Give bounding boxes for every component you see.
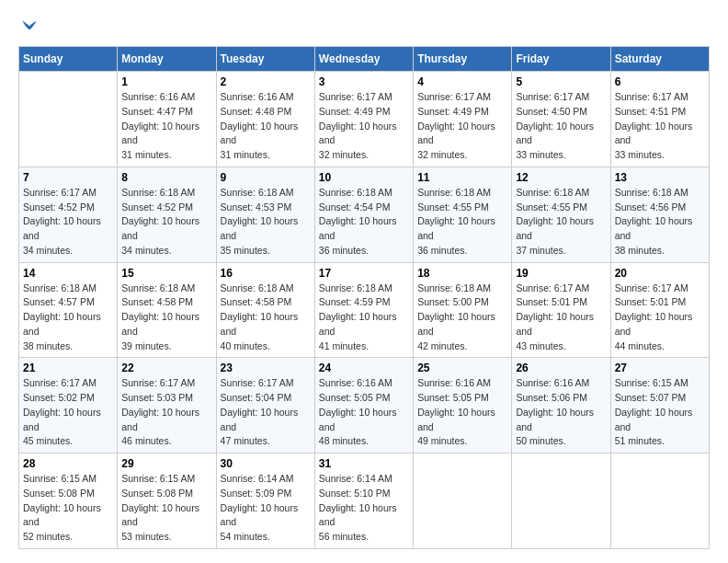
calendar-cell: 6Sunrise: 6:17 AMSunset: 4:51 PMDaylight… bbox=[610, 72, 709, 167]
day-detail: Sunrise: 6:16 AM bbox=[121, 90, 211, 105]
day-daylight: Daylight: 10 hours and53 minutes. bbox=[121, 501, 211, 545]
calendar-cell: 27Sunrise: 6:15 AMSunset: 5:07 PMDayligh… bbox=[610, 358, 709, 454]
day-sunset: Sunset: 5:00 PM bbox=[417, 295, 507, 310]
day-daylight: Daylight: 10 hours and31 minutes. bbox=[221, 120, 311, 163]
day-daylight: Daylight: 10 hours and36 minutes. bbox=[319, 214, 409, 258]
day-daylight: Daylight: 10 hours and49 minutes. bbox=[417, 406, 507, 449]
day-number: 13 bbox=[615, 171, 705, 184]
calendar-cell: 15Sunrise: 6:18 AMSunset: 4:58 PMDayligh… bbox=[118, 262, 216, 358]
day-detail: Sunrise: 6:17 AM bbox=[615, 282, 705, 296]
calendar-cell: 12Sunrise: 6:18 AMSunset: 4:55 PMDayligh… bbox=[512, 167, 610, 262]
calendar-cell: 3Sunrise: 6:17 AMSunset: 4:49 PMDaylight… bbox=[314, 72, 413, 167]
day-detail: Sunrise: 6:18 AM bbox=[615, 186, 705, 201]
day-sunset: Sunset: 5:05 PM bbox=[417, 391, 507, 406]
day-sunset: Sunset: 4:50 PM bbox=[516, 105, 606, 120]
calendar-body: 1Sunrise: 6:16 AMSunset: 4:47 PMDaylight… bbox=[19, 72, 710, 549]
day-number: 26 bbox=[516, 362, 606, 374]
weekday-header-sunday: Sunday bbox=[19, 47, 118, 72]
day-number: 10 bbox=[319, 171, 409, 184]
calendar-cell: 22Sunrise: 6:17 AMSunset: 5:03 PMDayligh… bbox=[118, 358, 216, 454]
day-sunset: Sunset: 5:02 PM bbox=[23, 391, 113, 406]
calendar-cell bbox=[414, 454, 512, 549]
calendar-cell: 18Sunrise: 6:18 AMSunset: 5:00 PMDayligh… bbox=[414, 262, 512, 358]
day-sunset: Sunset: 4:57 PM bbox=[23, 295, 113, 310]
calendar-cell: 25Sunrise: 6:16 AMSunset: 5:05 PMDayligh… bbox=[414, 358, 512, 454]
logo bbox=[18, 18, 39, 37]
logo-bird-icon bbox=[20, 18, 39, 37]
day-sunset: Sunset: 4:56 PM bbox=[615, 201, 705, 215]
day-sunset: Sunset: 4:51 PM bbox=[615, 105, 705, 120]
day-number: 11 bbox=[417, 171, 507, 184]
day-detail: Sunrise: 6:17 AM bbox=[23, 186, 113, 201]
day-number: 3 bbox=[319, 75, 409, 88]
day-detail: Sunrise: 6:18 AM bbox=[417, 186, 507, 201]
day-detail: Sunrise: 6:18 AM bbox=[221, 186, 311, 201]
calendar-cell: 2Sunrise: 6:16 AMSunset: 4:48 PMDaylight… bbox=[216, 72, 314, 167]
day-number: 31 bbox=[319, 457, 409, 470]
day-detail: Sunrise: 6:18 AM bbox=[319, 186, 409, 201]
day-detail: Sunrise: 6:18 AM bbox=[121, 282, 211, 296]
day-detail: Sunrise: 6:18 AM bbox=[121, 186, 211, 201]
day-sunset: Sunset: 4:52 PM bbox=[23, 201, 113, 215]
day-detail: Sunrise: 6:14 AM bbox=[319, 472, 409, 487]
day-daylight: Daylight: 10 hours and39 minutes. bbox=[121, 310, 211, 353]
day-sunset: Sunset: 4:58 PM bbox=[221, 295, 311, 310]
day-sunset: Sunset: 4:47 PM bbox=[121, 105, 211, 120]
day-detail: Sunrise: 6:16 AM bbox=[417, 376, 507, 391]
day-daylight: Daylight: 10 hours and40 minutes. bbox=[221, 310, 311, 353]
day-sunset: Sunset: 5:06 PM bbox=[516, 391, 606, 406]
calendar-week-row: 28Sunrise: 6:15 AMSunset: 5:08 PMDayligh… bbox=[19, 454, 710, 549]
calendar-cell: 20Sunrise: 6:17 AMSunset: 5:01 PMDayligh… bbox=[610, 262, 709, 358]
day-daylight: Daylight: 10 hours and38 minutes. bbox=[615, 214, 705, 258]
calendar-cell: 31Sunrise: 6:14 AMSunset: 5:10 PMDayligh… bbox=[314, 454, 413, 549]
day-sunset: Sunset: 4:59 PM bbox=[319, 295, 409, 310]
day-daylight: Daylight: 10 hours and41 minutes. bbox=[319, 310, 409, 353]
day-daylight: Daylight: 10 hours and51 minutes. bbox=[615, 406, 705, 449]
day-number: 28 bbox=[23, 457, 113, 470]
day-number: 22 bbox=[121, 362, 211, 374]
day-daylight: Daylight: 10 hours and33 minutes. bbox=[615, 120, 705, 163]
day-number: 5 bbox=[516, 75, 606, 88]
day-sunset: Sunset: 4:53 PM bbox=[221, 201, 311, 215]
day-daylight: Daylight: 10 hours and33 minutes. bbox=[516, 120, 606, 163]
day-detail: Sunrise: 6:15 AM bbox=[121, 472, 211, 487]
calendar-cell: 7Sunrise: 6:17 AMSunset: 4:52 PMDaylight… bbox=[19, 167, 118, 262]
day-detail: Sunrise: 6:15 AM bbox=[23, 472, 113, 487]
day-detail: Sunrise: 6:18 AM bbox=[221, 282, 311, 296]
page-header bbox=[18, 18, 710, 37]
calendar-cell: 4Sunrise: 6:17 AMSunset: 4:49 PMDaylight… bbox=[414, 72, 512, 167]
day-daylight: Daylight: 10 hours and31 minutes. bbox=[121, 120, 211, 163]
day-detail: Sunrise: 6:18 AM bbox=[319, 282, 409, 296]
day-sunset: Sunset: 5:04 PM bbox=[221, 391, 311, 406]
day-sunset: Sunset: 5:05 PM bbox=[319, 391, 409, 406]
day-daylight: Daylight: 10 hours and56 minutes. bbox=[319, 501, 409, 545]
calendar-cell: 29Sunrise: 6:15 AMSunset: 5:08 PMDayligh… bbox=[118, 454, 216, 549]
day-sunset: Sunset: 5:10 PM bbox=[319, 487, 409, 501]
day-detail: Sunrise: 6:15 AM bbox=[615, 376, 705, 391]
day-number: 8 bbox=[121, 171, 211, 184]
day-detail: Sunrise: 6:17 AM bbox=[23, 376, 113, 391]
day-sunset: Sunset: 4:54 PM bbox=[319, 201, 409, 215]
day-number: 7 bbox=[23, 171, 113, 184]
calendar-cell: 19Sunrise: 6:17 AMSunset: 5:01 PMDayligh… bbox=[512, 262, 610, 358]
day-number: 9 bbox=[221, 171, 311, 184]
day-sunset: Sunset: 5:08 PM bbox=[23, 487, 113, 501]
day-daylight: Daylight: 10 hours and50 minutes. bbox=[516, 406, 606, 449]
day-number: 14 bbox=[23, 267, 113, 280]
day-number: 2 bbox=[221, 75, 311, 88]
calendar-cell bbox=[610, 454, 709, 549]
day-sunset: Sunset: 5:01 PM bbox=[615, 295, 705, 310]
day-sunset: Sunset: 4:55 PM bbox=[516, 201, 606, 215]
day-sunset: Sunset: 4:49 PM bbox=[319, 105, 409, 120]
day-detail: Sunrise: 6:14 AM bbox=[221, 472, 311, 487]
weekday-header-thursday: Thursday bbox=[414, 47, 512, 72]
day-detail: Sunrise: 6:17 AM bbox=[417, 90, 507, 105]
weekday-header-tuesday: Tuesday bbox=[216, 47, 314, 72]
day-detail: Sunrise: 6:18 AM bbox=[516, 186, 606, 201]
weekday-header-row: SundayMondayTuesdayWednesdayThursdayFrid… bbox=[19, 47, 710, 72]
calendar-cell: 10Sunrise: 6:18 AMSunset: 4:54 PMDayligh… bbox=[314, 167, 413, 262]
day-detail: Sunrise: 6:17 AM bbox=[516, 282, 606, 296]
day-daylight: Daylight: 10 hours and46 minutes. bbox=[121, 406, 211, 449]
day-sunset: Sunset: 5:08 PM bbox=[121, 487, 211, 501]
day-sunset: Sunset: 5:01 PM bbox=[516, 295, 606, 310]
